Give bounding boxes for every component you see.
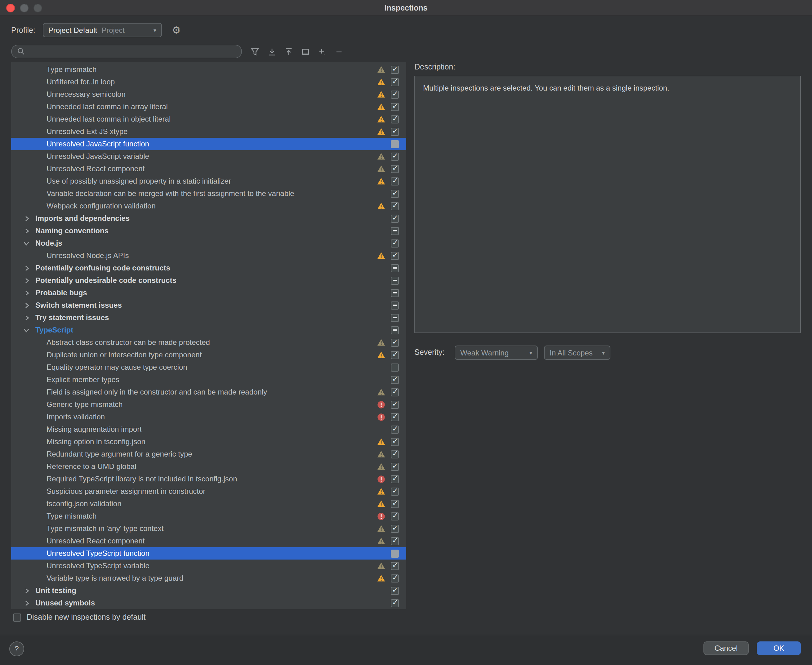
gear-icon[interactable]: ⚙ xyxy=(172,25,181,35)
tree-row[interactable]: Equality operator may cause type coercio… xyxy=(11,361,406,373)
inspection-checkbox[interactable] xyxy=(391,338,399,346)
collapse-all-icon[interactable] xyxy=(283,46,293,56)
inspection-checkbox[interactable] xyxy=(391,549,399,557)
disable-new-inspections-checkbox[interactable] xyxy=(13,613,21,621)
add-icon[interactable] xyxy=(317,46,327,56)
tree-row[interactable]: Type mismatch in 'any' type context xyxy=(11,522,406,535)
tree-row[interactable]: Try statement issues xyxy=(11,311,406,324)
inspection-checkbox[interactable] xyxy=(391,425,399,433)
inspection-checkbox[interactable] xyxy=(391,326,399,334)
chevron-right-icon[interactable] xyxy=(22,301,31,310)
tree-row[interactable]: Explicit member types xyxy=(11,373,406,386)
ok-button[interactable]: OK xyxy=(757,641,801,655)
inspection-checkbox[interactable] xyxy=(391,586,399,595)
inspection-checkbox[interactable] xyxy=(391,351,399,359)
scope-select[interactable]: In All Scopes ▾ xyxy=(544,346,611,360)
tree-row[interactable]: Duplicate union or intersection type com… xyxy=(11,349,406,361)
chevron-right-icon[interactable] xyxy=(22,276,31,285)
chevron-down-icon[interactable] xyxy=(22,326,31,334)
tree-row[interactable]: Naming conventions xyxy=(11,224,406,237)
inspection-checkbox[interactable] xyxy=(391,437,399,446)
help-button[interactable]: ? xyxy=(9,641,24,656)
inspection-checkbox[interactable] xyxy=(391,363,399,371)
tree-row[interactable]: Imports and dependencies xyxy=(11,212,406,224)
inspection-checkbox[interactable] xyxy=(391,264,399,272)
inspection-checkbox[interactable] xyxy=(391,239,399,247)
tree-row[interactable]: Unresolved TypeScript function xyxy=(11,547,406,560)
inspection-checkbox[interactable] xyxy=(391,66,399,74)
filter-icon[interactable] xyxy=(250,46,260,56)
tree-row[interactable]: Probable bugs xyxy=(11,287,406,299)
tree-row[interactable]: Unfiltered for..in loop xyxy=(11,76,406,88)
tree-row[interactable]: Unresolved TypeScript variable xyxy=(11,560,406,572)
inspection-checkbox[interactable] xyxy=(391,128,399,136)
inspection-checkbox[interactable] xyxy=(391,115,399,123)
inspection-checkbox[interactable] xyxy=(391,103,399,111)
inspection-checkbox[interactable] xyxy=(391,301,399,309)
tree-row[interactable]: Webpack configuration validation xyxy=(11,200,406,212)
tree-row[interactable]: Unresolved React component xyxy=(11,535,406,547)
inspection-checkbox[interactable] xyxy=(391,276,399,284)
inspection-checkbox[interactable] xyxy=(391,227,399,235)
zoom-button[interactable] xyxy=(33,3,42,12)
tree-row[interactable]: Missing augmentation import xyxy=(11,423,406,436)
tree-row[interactable]: Potentially undesirable code constructs xyxy=(11,274,406,287)
tree-row[interactable]: Node.js xyxy=(11,237,406,249)
tree-row[interactable]: Unneeded last comma in object literal xyxy=(11,113,406,125)
profile-select[interactable]: Project Default Project ▾ xyxy=(43,23,162,37)
inspection-checkbox[interactable] xyxy=(391,165,399,173)
inspection-checkbox[interactable] xyxy=(391,376,399,384)
window-icon[interactable] xyxy=(300,46,310,56)
inspection-checkbox[interactable] xyxy=(391,537,399,545)
inspection-checkbox[interactable] xyxy=(391,152,399,161)
inspection-checkbox[interactable] xyxy=(391,487,399,495)
inspection-checkbox[interactable] xyxy=(391,140,399,148)
search-field[interactable] xyxy=(11,45,242,58)
chevron-right-icon[interactable] xyxy=(22,599,31,607)
tree-row[interactable]: Unnecessary semicolon xyxy=(11,88,406,100)
tree-row[interactable]: Unresolved JavaScript function xyxy=(11,138,406,150)
inspection-checkbox[interactable] xyxy=(391,462,399,470)
inspection-checkbox[interactable] xyxy=(391,413,399,421)
tree-row[interactable]: Missing option in tsconfig.json xyxy=(11,436,406,448)
search-input[interactable] xyxy=(28,46,236,56)
tree-row[interactable]: Unneeded last comma in array literal xyxy=(11,100,406,113)
tree-row[interactable]: Field is assigned only in the constructo… xyxy=(11,386,406,398)
severity-select[interactable]: Weak Warning ▾ xyxy=(455,346,538,360)
tree-row[interactable]: Imports validation xyxy=(11,411,406,423)
tree-row[interactable]: Required TypeScript library is not inclu… xyxy=(11,473,406,485)
tree-row[interactable]: Reference to a UMD global xyxy=(11,460,406,473)
inspection-checkbox[interactable] xyxy=(391,500,399,508)
inspection-checkbox[interactable] xyxy=(391,215,399,223)
inspection-checkbox[interactable] xyxy=(391,400,399,408)
tree-row[interactable]: Unused symbols xyxy=(11,597,406,609)
tree-row[interactable]: Variable declaration can be merged with … xyxy=(11,187,406,200)
inspection-checkbox[interactable] xyxy=(391,574,399,582)
chevron-right-icon[interactable] xyxy=(22,586,31,595)
inspection-checkbox[interactable] xyxy=(391,388,399,396)
chevron-down-icon[interactable] xyxy=(22,239,31,247)
tree-row[interactable]: Type mismatch xyxy=(11,63,406,76)
inspection-checkbox[interactable] xyxy=(391,562,399,570)
chevron-right-icon[interactable] xyxy=(22,226,31,235)
tree-row[interactable]: Suspicious parameter assignment in const… xyxy=(11,485,406,498)
tree-row[interactable]: Type mismatch xyxy=(11,510,406,522)
tree-row[interactable]: Abstract class constructor can be made p… xyxy=(11,336,406,349)
inspection-checkbox[interactable] xyxy=(391,177,399,185)
minimize-button[interactable] xyxy=(20,3,28,12)
inspection-checkbox[interactable] xyxy=(391,190,399,198)
inspection-checkbox[interactable] xyxy=(391,314,399,322)
tree-row[interactable]: Generic type mismatch xyxy=(11,398,406,411)
chevron-right-icon[interactable] xyxy=(22,288,31,297)
tree-row[interactable]: Potentially confusing code constructs xyxy=(11,262,406,274)
tree-row[interactable]: Use of possibly unassigned property in a… xyxy=(11,175,406,187)
chevron-right-icon[interactable] xyxy=(22,214,31,223)
tree-row[interactable]: Switch statement issues xyxy=(11,299,406,311)
inspection-checkbox[interactable] xyxy=(391,202,399,210)
inspection-checkbox[interactable] xyxy=(391,289,399,297)
tree-row[interactable]: Unresolved JavaScript variable xyxy=(11,150,406,162)
tree-row[interactable]: tsconfig.json validation xyxy=(11,498,406,510)
tree-row[interactable]: TypeScript xyxy=(11,324,406,336)
tree-row[interactable]: Variable type is narrowed by a type guar… xyxy=(11,572,406,584)
inspection-checkbox[interactable] xyxy=(391,78,399,86)
